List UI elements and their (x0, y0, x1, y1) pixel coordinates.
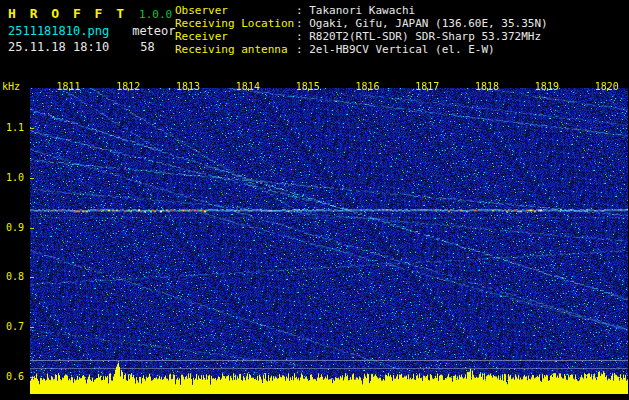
station-info-row: Receiver: R820T2(RTL-SDR) SDR-Sharp 53.3… (175, 30, 548, 43)
station-info: Observer: Takanori KawachiReceiving Loca… (175, 4, 548, 56)
title-row: H R O F F T1.0.0 (8, 3, 172, 22)
time-tick-label: 1817 (413, 82, 441, 92)
freq-tick-label: 1.0 (0, 173, 24, 183)
time-tick-label: 1812 (114, 82, 142, 92)
station-info-label: Receiving Location (175, 17, 296, 30)
spectrogram-area: kHz 181118121813181418151816181718181819… (0, 80, 629, 400)
time-tick-label: 1818 (473, 82, 501, 92)
freq-tick-label: 0.8 (0, 272, 24, 282)
station-info-row: Receiving antenna: 2el-HB9CV Vertical (e… (175, 43, 548, 56)
app-version: 1.0.0 (139, 8, 172, 21)
header: H R O F F T1.0.0 2511181810.pngmeteor 25… (0, 0, 629, 80)
station-info-row: Receiving Location: Ogaki, Gifu, JAPAN (… (175, 17, 548, 30)
station-info-value: : Ogaki, Gifu, JAPAN (136.60E, 35.35N) (296, 17, 548, 30)
station-info-row: Observer: Takanori Kawachi (175, 4, 548, 17)
time-tick-label: 1813 (174, 82, 202, 92)
mode-label: meteor (132, 24, 175, 38)
time-tick-label: 1815 (294, 82, 322, 92)
hrofft-window: H R O F F T1.0.0 2511181810.pngmeteor 25… (0, 0, 629, 400)
time-tick-label: 1816 (354, 82, 382, 92)
freq-tick-label: 0.9 (0, 223, 24, 233)
freq-tick-label: 0.7 (0, 322, 24, 332)
time-row: 25.11.18 18:1058 (8, 40, 155, 54)
station-info-label: Receiver (175, 30, 296, 43)
record-datetime: 25.11.18 18:10 (8, 40, 109, 54)
station-info-label: Observer (175, 4, 296, 17)
time-tick-label: 1811 (55, 82, 83, 92)
output-filename: 2511181810.png (8, 24, 109, 38)
app-title: H R O F F T (8, 6, 127, 21)
time-tick-label: 1814 (234, 82, 262, 92)
echo-count: 58 (140, 40, 154, 54)
freq-tick-label: 0.6 (0, 372, 24, 382)
time-tick-label: 1819 (533, 82, 561, 92)
station-info-value: : R820T2(RTL-SDR) SDR-Sharp 53.372MHz (296, 30, 541, 43)
station-info-value: : Takanori Kawachi (296, 4, 415, 17)
spectrogram-canvas (30, 88, 628, 394)
station-info-value: : 2el-HB9CV Vertical (el. E-W) (296, 43, 495, 56)
freq-tick-label: 1.1 (0, 123, 24, 133)
file-row: 2511181810.pngmeteor (8, 24, 176, 38)
station-info-label: Receiving antenna (175, 43, 296, 56)
freq-unit-label: kHz (2, 82, 20, 92)
time-tick-label: 1820 (593, 82, 621, 92)
